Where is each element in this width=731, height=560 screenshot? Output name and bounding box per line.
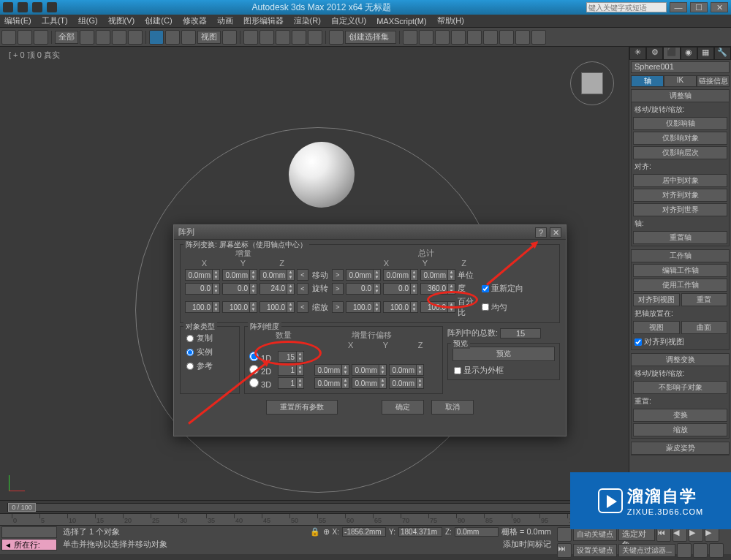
reset-transform-button[interactable]: 变换 (633, 409, 727, 422)
qat-undo-icon[interactable] (32, 2, 42, 12)
tool-layers-icon[interactable] (435, 30, 450, 45)
play-prev-icon[interactable]: ◀ (673, 527, 687, 542)
coord-mode-icon[interactable]: ⊕ (323, 527, 330, 537)
viewcube[interactable] (570, 61, 614, 105)
rot-tot-z[interactable] (420, 283, 448, 295)
reset-pivot-button[interactable]: 重置轴 (633, 231, 727, 244)
scl-tot-z[interactable] (420, 301, 448, 313)
reference-radio[interactable] (186, 363, 194, 370)
help-search-input[interactable] (586, 2, 667, 12)
play-end-icon[interactable]: ⏭ (557, 543, 572, 558)
affect-pivot-button[interactable]: 仅影响轴 (633, 117, 727, 130)
affect-object-button[interactable]: 仅影响对象 (633, 132, 727, 145)
scl-inc-z[interactable] (260, 301, 287, 313)
tool-window-icon[interactable] (128, 30, 143, 45)
1d-count[interactable] (278, 351, 297, 363)
tool-render-setup-icon[interactable] (499, 30, 514, 45)
tool-select-icon[interactable] (80, 30, 94, 45)
use-work-axis-button[interactable]: 使用工作轴 (633, 279, 727, 292)
ik-subtab[interactable]: IK (664, 75, 697, 87)
scl-right-button[interactable]: > (332, 301, 344, 313)
move-inc-x[interactable] (185, 269, 213, 281)
scl-left-button[interactable]: < (297, 301, 308, 313)
rot-left-button[interactable]: < (297, 283, 308, 295)
menu-modifiers[interactable]: 修改器 (183, 15, 207, 26)
menu-animation[interactable]: 动画 (217, 15, 233, 26)
qat-redo-icon[interactable] (47, 2, 57, 12)
3d-y[interactable] (352, 377, 379, 389)
move-tot-z[interactable] (420, 269, 448, 281)
preview-button[interactable]: 预览 (452, 347, 555, 361)
tool-undo-icon[interactable] (1, 30, 16, 45)
selection-filter-dropdown[interactable]: 全部 (55, 31, 78, 44)
cancel-button[interactable]: 取消 (431, 400, 474, 415)
ok-button[interactable]: 确定 (382, 400, 424, 415)
menu-maxscript[interactable]: MAXScript(M) (376, 17, 426, 26)
tool-curve-icon[interactable] (451, 30, 466, 45)
nav-orbit-icon[interactable] (709, 543, 724, 558)
place-view-button[interactable]: 视图 (633, 321, 680, 334)
affect-hierarchy-button[interactable]: 仅影响层次 (633, 146, 727, 159)
menu-tools[interactable]: 工具(T) (42, 15, 68, 26)
rot-inc-z[interactable] (260, 283, 287, 295)
autokey-button[interactable]: 自动关键点 (573, 528, 617, 541)
dont-affect-children-button[interactable]: 不影响子对象 (633, 381, 727, 394)
1d-radio[interactable] (249, 352, 259, 361)
tool-scale-icon[interactable] (181, 30, 196, 45)
add-time-tag[interactable]: 添加时间标记 (503, 539, 551, 550)
app-icon[interactable] (3, 2, 13, 12)
link-info-subtab[interactable]: 链接信息 (697, 75, 730, 87)
tool-spinner-snap-icon[interactable] (308, 30, 322, 45)
viewport[interactable]: [ + 0 顶 0 真实 阵列 ? ✕ 阵列变换: 屏幕坐标（使用轴点中心） 增… (0, 47, 629, 500)
reorient-checkbox[interactable] (482, 285, 489, 292)
object-name-field[interactable]: Sphere001 (631, 61, 730, 73)
rot-right-button[interactable]: > (332, 283, 344, 295)
tool-angle-snap-icon[interactable] (276, 30, 290, 45)
keyfilter-button[interactable]: 关键点过滤器... (618, 544, 675, 557)
edit-work-axis-button[interactable]: 编辑工作轴 (633, 264, 727, 277)
viewport-label[interactable]: [ + 0 顶 0 真实 (9, 50, 60, 61)
tool-named-sel-icon[interactable] (329, 30, 344, 45)
menu-create[interactable]: 创建(C) (145, 15, 172, 26)
create-tab-icon[interactable]: ✳ (629, 47, 646, 60)
tool-align-icon[interactable] (419, 30, 433, 45)
tool-mirror-icon[interactable] (403, 30, 417, 45)
rot-inc-x[interactable] (185, 283, 213, 295)
named-sel-dropdown[interactable]: 创建选择集 (345, 31, 396, 44)
dialog-help-button[interactable]: ? (535, 227, 547, 238)
2d-y[interactable] (352, 364, 379, 376)
dialog-titlebar[interactable]: 阵列 ? ✕ (174, 225, 566, 240)
copy-radio[interactable] (186, 335, 194, 342)
coord-y[interactable] (398, 527, 442, 537)
selset-dropdown[interactable]: 选定对象 (618, 528, 655, 541)
move-inc-y[interactable] (222, 269, 250, 281)
scl-inc-x[interactable] (185, 301, 213, 313)
modify-tab-icon[interactable]: ⚙ (646, 47, 663, 60)
coord-z[interactable] (455, 527, 499, 537)
tool-link-icon[interactable] (34, 30, 48, 45)
play-next-icon[interactable]: ▶ (705, 527, 719, 542)
qat-save-icon[interactable] (18, 2, 28, 12)
nav-zoom-icon[interactable] (693, 543, 708, 558)
key-mode-icon[interactable] (557, 527, 572, 542)
maximize-button[interactable]: ☐ (690, 2, 708, 12)
center-to-object-button[interactable]: 居中到对象 (633, 174, 727, 187)
3d-x[interactable] (314, 377, 342, 389)
2d-z[interactable] (389, 364, 417, 376)
rot-tot-y[interactable] (383, 283, 411, 295)
tool-schematic-icon[interactable] (467, 30, 482, 45)
script-mini[interactable] (1, 526, 57, 538)
setkey-button[interactable]: 设置关键点 (573, 544, 617, 557)
2d-radio[interactable] (249, 365, 259, 374)
tool-rect-icon[interactable] (112, 30, 126, 45)
menu-graph[interactable]: 图形编辑器 (243, 15, 284, 26)
reset-work-axis-button[interactable]: 重置 (681, 293, 728, 306)
menu-group[interactable]: 组(G) (78, 15, 98, 26)
menu-render[interactable]: 渲染(R) (294, 15, 321, 26)
tool-render-frame-icon[interactable] (515, 30, 530, 45)
tool-manip-icon[interactable] (243, 30, 258, 45)
instance-radio[interactable] (186, 349, 194, 356)
move-left-button[interactable]: < (297, 269, 308, 281)
rot-tot-x[interactable] (346, 283, 374, 295)
2d-x[interactable] (314, 364, 342, 376)
